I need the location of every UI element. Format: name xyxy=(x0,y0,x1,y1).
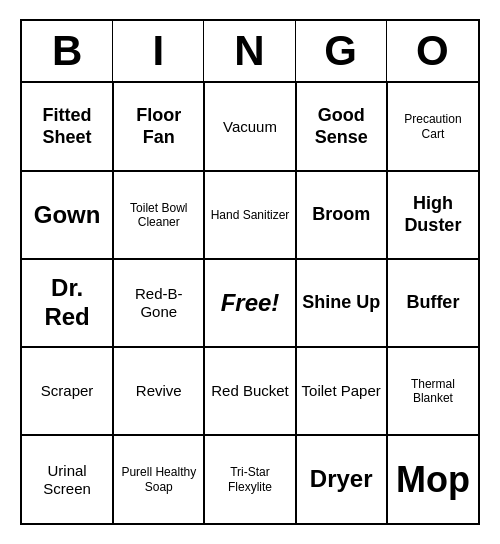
header-letter: N xyxy=(204,21,295,81)
bingo-cell: Good Sense xyxy=(296,83,387,171)
bingo-cell: Thermal Blanket xyxy=(387,347,478,435)
header-letter: B xyxy=(22,21,113,81)
header-letter: O xyxy=(387,21,478,81)
bingo-cell: High Duster xyxy=(387,171,478,259)
bingo-cell: Shine Up xyxy=(296,259,387,347)
bingo-cell: Fitted Sheet xyxy=(22,83,113,171)
bingo-cell: Toilet Paper xyxy=(296,347,387,435)
bingo-cell: Scraper xyxy=(22,347,113,435)
bingo-cell: Toilet Bowl Cleaner xyxy=(113,171,204,259)
bingo-cell: Mop xyxy=(387,435,478,523)
bingo-cell: Urinal Screen xyxy=(22,435,113,523)
bingo-cell: Purell Healthy Soap xyxy=(113,435,204,523)
bingo-cell: Buffer xyxy=(387,259,478,347)
bingo-cell: Revive xyxy=(113,347,204,435)
bingo-cell: Dr. Red xyxy=(22,259,113,347)
bingo-card: BINGO Fitted SheetFloor FanVacuumGood Se… xyxy=(20,19,480,525)
bingo-cell: Dryer xyxy=(296,435,387,523)
bingo-cell: Red-B-Gone xyxy=(113,259,204,347)
bingo-cell: Broom xyxy=(296,171,387,259)
bingo-cell: Hand Sanitizer xyxy=(204,171,295,259)
header-letter: I xyxy=(113,21,204,81)
bingo-cell: Tri-Star Flexylite xyxy=(204,435,295,523)
bingo-cell: Vacuum xyxy=(204,83,295,171)
bingo-cell: Gown xyxy=(22,171,113,259)
header-letter: G xyxy=(296,21,387,81)
bingo-cell: Red Bucket xyxy=(204,347,295,435)
bingo-grid: Fitted SheetFloor FanVacuumGood SensePre… xyxy=(22,83,478,523)
bingo-cell: Precaution Cart xyxy=(387,83,478,171)
bingo-header: BINGO xyxy=(22,21,478,83)
bingo-cell: Free! xyxy=(204,259,295,347)
bingo-cell: Floor Fan xyxy=(113,83,204,171)
